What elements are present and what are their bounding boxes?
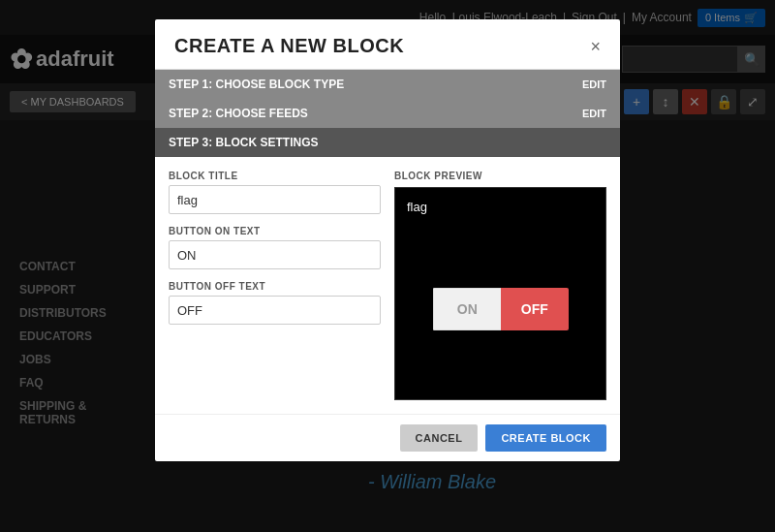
modal-footer: CANCEL CREATE BLOCK (155, 414, 620, 461)
preview-title: flag (407, 200, 594, 214)
step1-label: STEP 1: CHOOSE BLOCK TYPE (169, 78, 344, 91)
block-title-label: BLOCK TITLE (169, 171, 381, 181)
form-section: BLOCK TITLE BUTTON ON TEXT BUTTON OFF TE… (169, 171, 381, 400)
create-block-button[interactable]: CREATE BLOCK (485, 424, 606, 452)
modal-close-button[interactable]: × (590, 38, 601, 55)
button-off-group: BUTTON OFF TEXT (169, 281, 381, 325)
toggle-off-part[interactable]: OFF (501, 288, 569, 330)
button-on-input[interactable] (169, 240, 381, 269)
step1-row[interactable]: STEP 1: CHOOSE BLOCK TYPE EDIT (155, 70, 620, 99)
step2-label: STEP 2: CHOOSE FEEDS (169, 107, 308, 120)
button-on-group: BUTTON ON TEXT (169, 226, 381, 269)
toggle-container: ON OFF (407, 230, 594, 388)
step2-row[interactable]: STEP 2: CHOOSE FEEDS EDIT (155, 99, 620, 128)
step2-edit[interactable]: EDIT (582, 108, 606, 119)
modal-header: CREATE A NEW BLOCK × (155, 19, 620, 70)
modal-title: CREATE A NEW BLOCK (174, 35, 404, 57)
toggle-button[interactable]: ON OFF (433, 288, 569, 330)
button-on-label: BUTTON ON TEXT (169, 226, 381, 236)
modal-overlay: CREATE A NEW BLOCK × STEP 1: CHOOSE BLOC… (0, 0, 775, 532)
preview-label: BLOCK PREVIEW (394, 171, 606, 181)
button-off-label: BUTTON OFF TEXT (169, 281, 381, 292)
cancel-button[interactable]: CANCEL (400, 424, 479, 452)
preview-box: flag ON OFF (394, 187, 606, 400)
create-block-modal: CREATE A NEW BLOCK × STEP 1: CHOOSE BLOC… (155, 19, 620, 461)
step3-row: STEP 3: BLOCK SETTINGS (155, 128, 620, 157)
button-off-input[interactable] (169, 296, 381, 325)
toggle-on-part[interactable]: ON (433, 288, 502, 330)
block-title-input[interactable] (169, 185, 381, 214)
block-title-group: BLOCK TITLE (169, 171, 381, 214)
preview-section: BLOCK PREVIEW flag ON OFF (394, 171, 606, 400)
step1-edit[interactable]: EDIT (582, 78, 606, 90)
modal-body: BLOCK TITLE BUTTON ON TEXT BUTTON OFF TE… (155, 157, 620, 414)
step3-label: STEP 3: BLOCK SETTINGS (169, 136, 318, 149)
